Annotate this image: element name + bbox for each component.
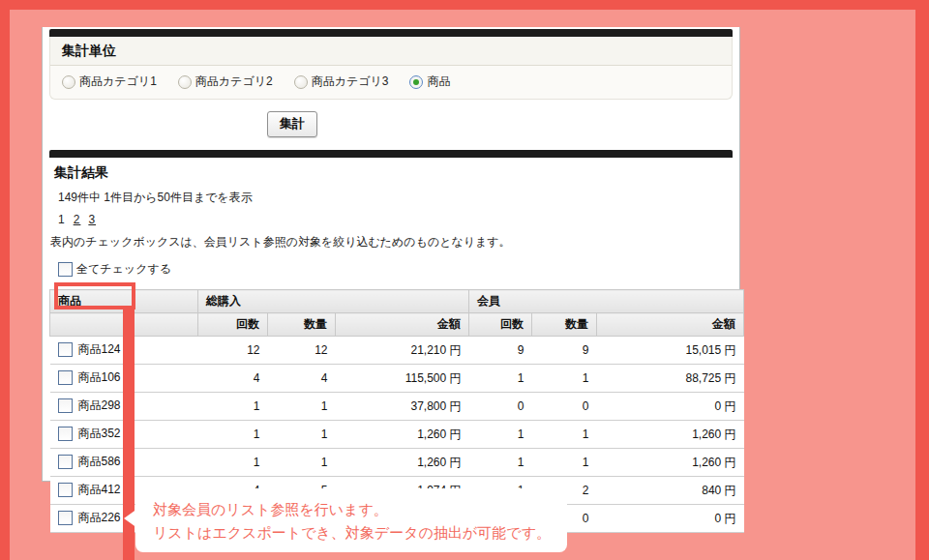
product-name: 商品226 [78, 510, 121, 526]
member-quantity-cell: 1 [532, 421, 597, 449]
total-amount-cell: 115,500 円 [336, 365, 469, 393]
radio-icon[interactable] [178, 75, 192, 89]
member-amount-cell: 88,725 円 [597, 365, 744, 393]
row-checkbox[interactable] [58, 370, 73, 385]
radio-label: 商品 [427, 74, 450, 90]
aggregate-button-row: 集計 [49, 100, 733, 150]
section-bar-unit [49, 29, 733, 37]
radio-label: 商品カテゴリ3 [312, 74, 389, 90]
main-panel: 集計単位 商品カテゴリ1 商品カテゴリ2 商品カテゴリ3 商品 [42, 27, 740, 482]
table-row: 商品124 12 12 21,210 円 9 9 15,015 円 [50, 337, 744, 365]
total-count-cell: 1 [198, 393, 268, 421]
radio-option-category1[interactable]: 商品カテゴリ1 [62, 74, 157, 90]
total-count-cell: 4 [198, 365, 268, 393]
member-amount-cell: 0 円 [597, 393, 744, 421]
table-row: 商品586 1 1 1,260 円 1 1 1,260 円 [50, 449, 744, 477]
radio-option-category3[interactable]: 商品カテゴリ3 [294, 74, 389, 90]
product-name: 商品106 [78, 369, 121, 386]
column-subheader-member-count: 回数 [469, 313, 532, 337]
radio-icon[interactable] [409, 75, 423, 89]
product-name: 商品352 [78, 426, 121, 442]
member-count-cell: 1 [469, 365, 532, 393]
radio-icon[interactable] [294, 75, 308, 89]
frame-strip-right [915, 0, 929, 560]
total-count-cell: 12 [198, 337, 268, 365]
total-quantity-cell: 1 [268, 421, 336, 449]
member-quantity-cell: 1 [532, 449, 597, 477]
member-count-cell: 1 [469, 421, 532, 449]
result-count-text: 149件中 1件目から50件目までを表示 [49, 188, 733, 209]
aggregation-unit-title: 集計単位 [50, 37, 732, 66]
column-header-total-purchase: 総購入 [198, 290, 469, 313]
table-group-header-row: 商品 総購入 会員 [50, 290, 744, 313]
table-row: 商品352 1 1 1,260 円 1 1 1,260 円 [50, 421, 744, 449]
member-count-cell: 1 [469, 449, 532, 477]
aggregate-button[interactable]: 集計 [267, 111, 317, 137]
total-amount-cell: 37,800 円 [336, 393, 469, 421]
member-count-cell: 0 [469, 393, 532, 421]
total-amount-cell: 1,260 円 [336, 421, 469, 449]
aggregation-unit-section: 集計単位 商品カテゴリ1 商品カテゴリ2 商品カテゴリ3 商品 [49, 37, 733, 100]
total-amount-cell: 21,210 円 [336, 337, 469, 365]
pagination-page-3[interactable]: 3 [88, 213, 96, 226]
pagination-page-1: 1 [58, 213, 66, 226]
frame-strip-left [0, 0, 10, 560]
section-bar-results [49, 150, 733, 158]
product-name: 商品298 [78, 398, 121, 414]
column-subheader-total-amount: 金額 [336, 313, 469, 337]
total-quantity-cell: 1 [268, 393, 336, 421]
unit-radio-group: 商品カテゴリ1 商品カテゴリ2 商品カテゴリ3 商品 [50, 66, 732, 99]
product-name: 商品412 [78, 482, 121, 498]
column-subheader-member-amount: 金額 [597, 313, 744, 337]
product-name: 商品124 [78, 341, 121, 358]
member-quantity-cell: 1 [532, 365, 597, 393]
check-all-label: 全てチェックする [76, 261, 171, 278]
table-row: 商品106 4 4 115,500 円 1 1 88,725 円 [50, 365, 744, 393]
row-checkbox[interactable] [58, 455, 73, 469]
row-checkbox[interactable] [58, 398, 73, 413]
table-sub-header-row: 回数 数量 金額 回数 数量 金額 [50, 313, 744, 337]
column-subheader-member-quantity: 数量 [532, 313, 597, 337]
total-count-cell: 1 [198, 449, 268, 477]
row-checkbox[interactable] [58, 511, 73, 525]
total-quantity-cell: 1 [268, 449, 336, 477]
row-checkbox[interactable] [58, 483, 73, 497]
annotation-tooltip-line2: リストはエクスポートでき、対象データの抽出が可能です。 [153, 521, 552, 545]
radio-option-product[interactable]: 商品 [409, 74, 450, 90]
check-all-row: 全てチェックする [49, 254, 733, 285]
frame-strip-top [0, 0, 929, 10]
member-amount-cell: 1,260 円 [597, 421, 744, 449]
member-amount-cell: 0 円 [597, 505, 744, 533]
page: 集計単位 商品カテゴリ1 商品カテゴリ2 商品カテゴリ3 商品 [0, 0, 929, 560]
column-subheader-total-quantity: 数量 [268, 313, 336, 337]
member-amount-cell: 15,015 円 [597, 337, 744, 365]
table-row: 商品298 1 1 37,800 円 0 0 0 円 [50, 393, 744, 421]
results-title: 集計結果 [49, 158, 733, 188]
row-checkbox[interactable] [58, 342, 73, 357]
annotation-tooltip-line1: 対象会員のリスト参照を行います。 [153, 498, 552, 521]
radio-icon[interactable] [62, 75, 75, 89]
row-checkbox[interactable] [58, 427, 73, 441]
total-count-cell: 1 [198, 421, 268, 449]
member-count-cell: 9 [469, 337, 532, 365]
pagination-page-2[interactable]: 2 [74, 213, 81, 226]
product-name: 商品586 [78, 454, 121, 470]
column-subheader-total-count: 回数 [198, 313, 268, 337]
member-amount-cell: 1,260 円 [597, 449, 744, 477]
pagination: 123 [49, 209, 733, 231]
column-header-member: 会員 [469, 290, 744, 313]
annotation-tooltip: 対象会員のリスト参照を行います。 リストはエクスポートでき、対象データの抽出が可… [135, 488, 567, 552]
annotation-highlight-box [54, 282, 135, 309]
radio-label: 商品カテゴリ2 [195, 74, 273, 90]
member-quantity-cell: 9 [532, 337, 597, 365]
total-quantity-cell: 12 [268, 337, 336, 365]
radio-option-category2[interactable]: 商品カテゴリ2 [178, 74, 273, 90]
member-quantity-cell: 0 [532, 393, 597, 421]
total-amount-cell: 1,260 円 [336, 449, 469, 477]
checkbox-note-text: 表内のチェックボックスは、会員リスト参照の対象を絞り込むためのものとなります。 [49, 231, 733, 254]
radio-label: 商品カテゴリ1 [79, 74, 157, 90]
member-amount-cell: 840 円 [597, 477, 744, 505]
check-all-checkbox[interactable] [58, 262, 73, 277]
total-quantity-cell: 4 [268, 365, 336, 393]
